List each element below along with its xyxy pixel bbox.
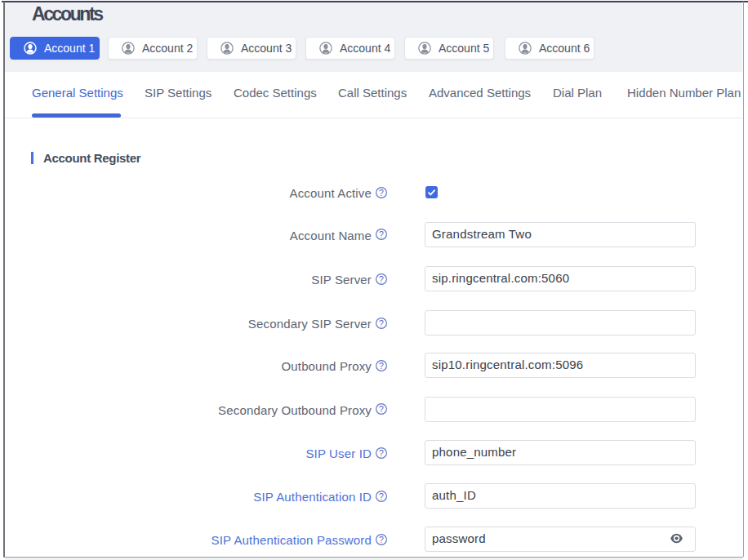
svg-text:?: ? bbox=[379, 535, 384, 544]
svg-text:?: ? bbox=[379, 491, 384, 501]
svg-text:?: ? bbox=[379, 448, 384, 458]
svg-text:?: ? bbox=[379, 318, 384, 328]
svg-text:?: ? bbox=[379, 361, 384, 371]
svg-text:?: ? bbox=[379, 404, 384, 414]
svg-text:?: ? bbox=[379, 229, 384, 239]
svg-text:?: ? bbox=[379, 188, 384, 198]
svg-text:?: ? bbox=[379, 274, 384, 284]
